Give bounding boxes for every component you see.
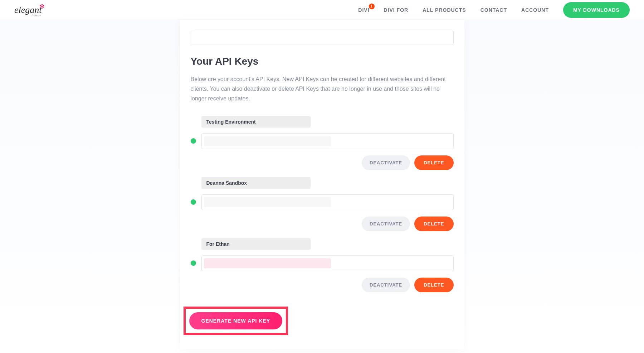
status-dot-icon: [191, 260, 196, 266]
api-key-block: For Ethan DEACTIVATE DELETE: [191, 238, 454, 292]
header: elegant ✻ themes DIVI 1 DIVI FOR ALL PRO…: [0, 0, 644, 20]
nav-item-account[interactable]: ACCOUNT: [521, 7, 549, 13]
api-key-field[interactable]: [201, 133, 454, 149]
nav-badge: 1: [369, 4, 375, 9]
deactivate-button[interactable]: DEACTIVATE: [362, 217, 410, 231]
api-key-name[interactable]: Testing Environment: [201, 116, 311, 128]
logo-asterisk-icon: ✻: [39, 3, 45, 10]
nav-item-divi[interactable]: DIVI 1: [358, 7, 369, 13]
logo[interactable]: elegant ✻ themes: [14, 5, 42, 15]
nav-label: DIVI: [358, 7, 369, 13]
my-downloads-button[interactable]: MY DOWNLOADS: [563, 2, 630, 18]
deactivate-button[interactable]: DEACTIVATE: [362, 278, 410, 292]
api-key-name[interactable]: For Ethan: [201, 238, 311, 250]
api-key-block: Testing Environment DEACTIVATE DELETE: [191, 116, 454, 170]
generate-new-api-key-button[interactable]: GENERATE NEW API KEY: [189, 312, 283, 329]
main-nav: DIVI 1 DIVI FOR ALL PRODUCTS CONTACT ACC…: [358, 2, 630, 18]
api-key-field[interactable]: [201, 194, 454, 210]
api-key-value-redacted: [204, 136, 331, 146]
delete-button[interactable]: DELETE: [414, 155, 453, 170]
api-key-value-redacted: [204, 197, 331, 207]
api-key-name[interactable]: Deanna Sandbox: [201, 177, 311, 189]
main-container: Your API Keys Below are your account's A…: [0, 20, 644, 349]
logo-subtext: themes: [31, 14, 41, 17]
status-dot-icon: [191, 199, 196, 205]
api-key-value-redacted: [204, 258, 331, 268]
generate-highlight-box: GENERATE NEW API KEY: [184, 307, 288, 335]
nav-item-contact[interactable]: CONTACT: [480, 7, 507, 13]
api-key-field[interactable]: [201, 255, 454, 271]
page-title: Your API Keys: [191, 56, 454, 67]
nav-item-all-products[interactable]: ALL PRODUCTS: [423, 7, 466, 13]
nav-item-divi-for[interactable]: DIVI FOR: [384, 7, 409, 13]
delete-button[interactable]: DELETE: [414, 278, 453, 292]
status-dot-icon: [191, 138, 196, 144]
top-input-field[interactable]: [191, 31, 454, 45]
api-key-block: Deanna Sandbox DEACTIVATE DELETE: [191, 177, 454, 231]
deactivate-button[interactable]: DEACTIVATE: [362, 155, 410, 170]
delete-button[interactable]: DELETE: [414, 217, 453, 231]
section-description: Below are your account's API Keys. New A…: [191, 74, 454, 104]
content-panel: Your API Keys Below are your account's A…: [180, 20, 464, 349]
